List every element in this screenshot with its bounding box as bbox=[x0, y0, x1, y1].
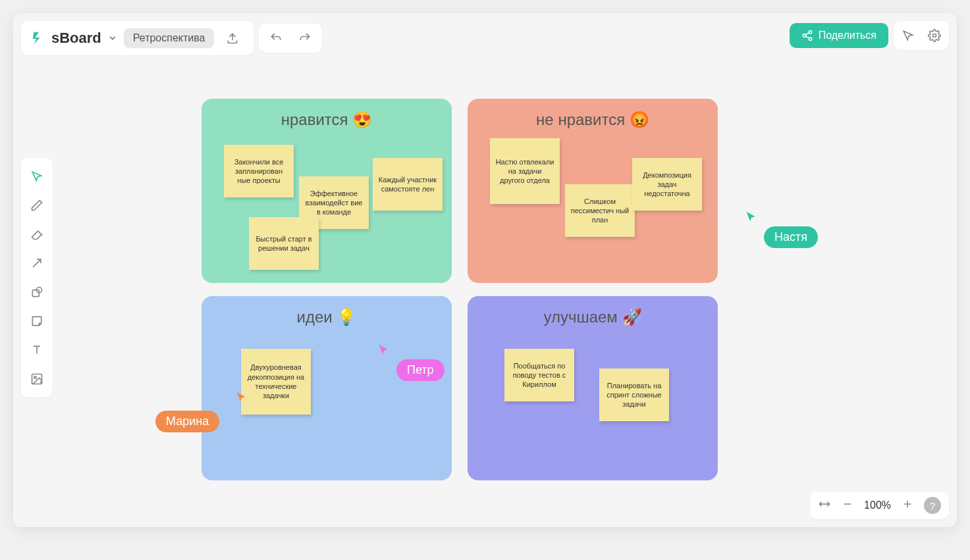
canvas[interactable]: нравится 😍 Закончили все запланирован ны… bbox=[13, 13, 957, 527]
zoom-level: 100% bbox=[864, 499, 891, 511]
zone-ideas-title: идеи 💡 bbox=[215, 308, 439, 326]
sticky-note[interactable]: Каждый участник самостояте лен bbox=[373, 158, 443, 211]
zone-improve[interactable]: улучшаем 🚀 Пообщаться по поводу тестов с… bbox=[468, 296, 718, 480]
app-window: sBoard Ретроспектива Поделиться bbox=[13, 13, 957, 527]
sticky-note[interactable]: Двухуровневая декоппозиция на технически… bbox=[241, 349, 311, 415]
plus-icon bbox=[902, 498, 913, 510]
zoom-controls: 100% ? bbox=[810, 492, 949, 519]
cursor-label: Настя bbox=[764, 226, 818, 248]
zone-like[interactable]: нравится 😍 Закончили все запланирован ны… bbox=[202, 99, 452, 283]
zone-dislike-title: не нравится 😡 bbox=[481, 111, 705, 129]
sticky-note[interactable]: Пообщаться по поводу тестов с Кириллом bbox=[504, 349, 574, 401]
fit-screen-button[interactable] bbox=[818, 497, 831, 513]
sticky-note[interactable]: Декомпозиция задач недостаточна bbox=[632, 158, 702, 211]
remote-cursor-nastya: Настя bbox=[744, 209, 759, 226]
zone-improve-title: улучшаем 🚀 bbox=[481, 308, 705, 326]
sticky-note[interactable]: Слишком пессиместич ный план bbox=[565, 184, 635, 237]
minus-icon bbox=[842, 498, 853, 510]
sticky-note[interactable]: Планировать на спринт сложные задачи bbox=[599, 369, 669, 421]
zoom-in-button[interactable] bbox=[902, 498, 913, 513]
zone-dislike[interactable]: не нравится 😡 Настю отвлекали на задачи … bbox=[468, 99, 718, 283]
zone-like-title: нравится 😍 bbox=[215, 111, 439, 129]
sticky-note[interactable]: Настю отвлекали на задачи другого отдела bbox=[490, 138, 560, 204]
sticky-note[interactable]: Быстрый старт в решении задач bbox=[249, 217, 319, 270]
zone-ideas[interactable]: идеи 💡 Двухуровневая декоппозиция на тех… bbox=[202, 296, 452, 480]
zoom-out-button[interactable] bbox=[842, 498, 853, 513]
help-button[interactable]: ? bbox=[924, 497, 941, 514]
sticky-note[interactable]: Закончили все запланирован ные проекты bbox=[224, 145, 294, 197]
fit-icon bbox=[818, 497, 831, 511]
